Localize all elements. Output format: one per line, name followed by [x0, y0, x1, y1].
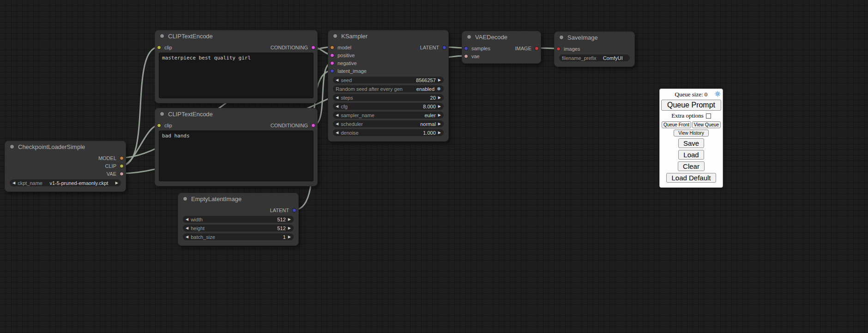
cfg-widget[interactable]: ◀ cfg 8.000 ▶	[333, 103, 444, 110]
latent-image-input-label: latent_image	[338, 68, 367, 74]
width-widget[interactable]: ◀ width 512 ▶	[183, 216, 294, 223]
node-title: EmptyLatentImage	[191, 196, 241, 202]
widget-value: 1.000	[423, 130, 436, 136]
port-row: model LATENT	[328, 43, 448, 51]
node-status-dot[interactable]	[467, 35, 471, 39]
increment-arrow-icon[interactable]: ▶	[438, 122, 441, 126]
vae-input-port[interactable]	[464, 54, 468, 58]
increment-arrow-icon[interactable]: ▶	[438, 105, 441, 108]
node-title: CLIPTextEncode	[168, 111, 213, 118]
image-output-label: IMAGE	[515, 46, 531, 51]
image-output-port[interactable]	[535, 46, 539, 50]
decrement-arrow-icon[interactable]: ◀	[336, 122, 338, 126]
model-output-port[interactable]	[120, 156, 124, 160]
queue-prompt-button[interactable]: Queue Prompt	[661, 100, 721, 111]
node-title-bar[interactable]: CheckpointLoaderSimple	[5, 141, 126, 152]
save-button[interactable]: Save	[678, 138, 704, 148]
clip-output-port[interactable]	[120, 164, 124, 168]
negative-input-port[interactable]	[330, 61, 334, 65]
seed-widget[interactable]: ◀ seed 8566257 ▶	[333, 77, 444, 83]
model-input-port[interactable]	[330, 45, 334, 49]
increment-arrow-icon[interactable]: ▶	[288, 226, 291, 230]
load-button[interactable]: Load	[678, 150, 704, 160]
increment-arrow-icon[interactable]: ▶	[438, 96, 441, 100]
positive-input-port[interactable]	[330, 53, 334, 57]
decrement-arrow-icon[interactable]: ◀	[336, 131, 338, 135]
port-row: clip CONDITIONING	[155, 43, 317, 51]
conditioning-output-port[interactable]	[311, 123, 315, 127]
widget-label: sampler_name	[341, 113, 374, 118]
node-title-bar[interactable]: CLIPTextEncode	[155, 108, 317, 119]
node-title-bar[interactable]: KSampler	[328, 30, 448, 42]
increment-arrow-icon[interactable]: ▶	[438, 131, 441, 135]
latent-output-label: LATENT	[270, 208, 289, 213]
samples-input-port[interactable]	[464, 46, 468, 50]
load-default-button[interactable]: Load Default	[666, 173, 716, 183]
sampler-name-widget[interactable]: ◀ sampler_name euler ▶	[333, 112, 444, 119]
node-checkpoint-loader[interactable]: CheckpointLoaderSimple MODEL CLIP VAE ◀ …	[5, 141, 126, 192]
clip-input-port[interactable]	[157, 123, 161, 127]
link-clip-to-positive-encode	[122, 47, 159, 166]
node-title-bar[interactable]: EmptyLatentImage	[178, 193, 298, 204]
settings-gear-icon[interactable]	[715, 91, 721, 97]
node-title-bar[interactable]: CLIPTextEncode	[155, 30, 317, 42]
extra-options-checkbox[interactable]	[706, 113, 711, 119]
node-title-bar[interactable]: VAEDecode	[462, 31, 541, 42]
denoise-widget[interactable]: ◀ denoise 1.000 ▶	[333, 129, 444, 136]
widget-value: 20	[430, 95, 436, 101]
widget-value: 512	[277, 226, 285, 231]
clip-input-port[interactable]	[157, 45, 161, 49]
clear-button[interactable]: Clear	[678, 161, 705, 171]
view-queue-button[interactable]: View Queue	[692, 121, 721, 128]
decrement-arrow-icon[interactable]: ◀	[336, 105, 338, 108]
scheduler-widget[interactable]: ◀ scheduler normal ▶	[333, 120, 444, 127]
filename-prefix-widget[interactable]: filename_prefix ComfyUI	[559, 54, 630, 61]
view-history-button[interactable]: View History	[674, 130, 709, 137]
node-status-dot[interactable]	[10, 144, 14, 149]
node-clip-text-encode-negative[interactable]: CLIPTextEncode clip CONDITIONING bad han…	[155, 108, 318, 186]
node-status-dot[interactable]	[183, 196, 187, 201]
batch-size-widget[interactable]: ◀ batch_size 1 ▶	[183, 233, 294, 240]
widget-label: denoise	[341, 130, 359, 136]
node-vae-decode[interactable]: VAEDecode samples IMAGE vae	[462, 31, 541, 64]
random-seed-toggle-widget[interactable]: Random seed after every gen enabled	[333, 85, 444, 92]
decrement-arrow-icon[interactable]: ◀	[336, 96, 338, 100]
toggle-indicator[interactable]	[437, 87, 441, 91]
node-save-image[interactable]: SaveImage images filename_prefix ComfyUI	[554, 31, 635, 67]
decrement-arrow-icon[interactable]: ◀	[336, 113, 338, 117]
decrement-arrow-icon[interactable]: ◀	[186, 218, 188, 221]
samples-input-label: samples	[471, 46, 490, 51]
clip-input-label: clip	[164, 123, 172, 128]
node-status-dot[interactable]	[559, 35, 564, 40]
ckpt-name-widget[interactable]: ◀ ckpt_name v1-5-pruned-emaonly.ckpt ▶	[10, 179, 121, 186]
increment-arrow-icon[interactable]: ▶	[288, 235, 291, 239]
decrement-arrow-icon[interactable]: ◀	[336, 78, 338, 82]
increment-arrow-icon[interactable]: ▶	[438, 78, 441, 82]
latent-image-input-port[interactable]	[330, 69, 334, 73]
decrement-arrow-icon[interactable]: ◀	[12, 181, 15, 185]
increment-arrow-icon[interactable]: ▶	[438, 113, 441, 117]
node-title-bar[interactable]: SaveImage	[555, 32, 634, 43]
node-empty-latent-image[interactable]: EmptyLatentImage LATENT ◀ width 512 ▶ ◀ …	[178, 193, 299, 246]
node-status-dot[interactable]	[160, 112, 164, 116]
height-widget[interactable]: ◀ height 512 ▶	[183, 225, 294, 232]
vae-output-port[interactable]	[120, 172, 124, 176]
node-title: KSampler	[341, 33, 368, 40]
increment-arrow-icon[interactable]: ▶	[115, 181, 118, 185]
node-status-dot[interactable]	[333, 34, 338, 38]
node-status-dot[interactable]	[160, 34, 164, 38]
negative-prompt-textarea[interactable]: bad hands	[159, 131, 313, 181]
node-ksampler[interactable]: KSampler model LATENT positive negative …	[328, 30, 449, 142]
images-input-port[interactable]	[556, 47, 561, 51]
increment-arrow-icon[interactable]: ▶	[288, 218, 291, 221]
positive-prompt-textarea[interactable]: masterpiece best quality girl	[159, 53, 313, 98]
steps-widget[interactable]: ◀ steps 20 ▶	[333, 94, 444, 101]
conditioning-output-port[interactable]	[311, 45, 315, 49]
latent-output-port[interactable]	[442, 45, 446, 49]
decrement-arrow-icon[interactable]: ◀	[186, 235, 188, 239]
port-row: negative	[328, 59, 448, 67]
decrement-arrow-icon[interactable]: ◀	[186, 226, 188, 230]
queue-front-button[interactable]: Queue Front	[662, 121, 691, 128]
latent-output-port[interactable]	[292, 208, 296, 212]
node-clip-text-encode-positive[interactable]: CLIPTextEncode clip CONDITIONING masterp…	[155, 30, 318, 103]
